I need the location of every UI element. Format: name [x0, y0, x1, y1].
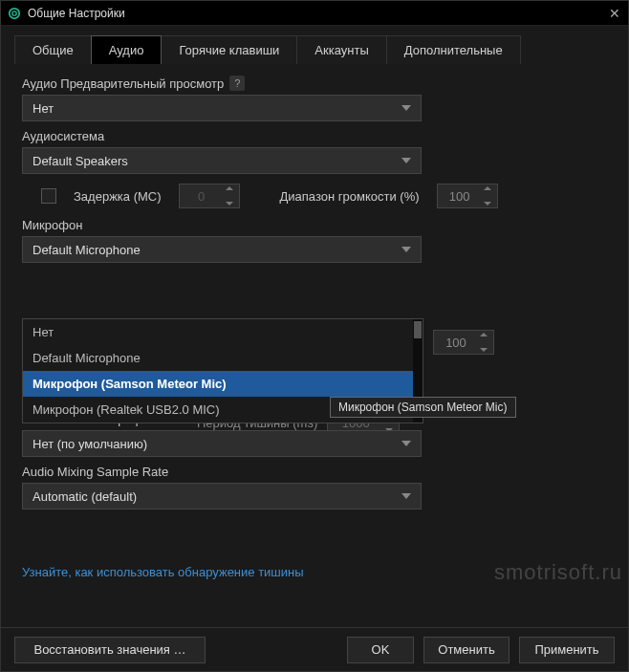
chevron-down-icon	[401, 247, 411, 252]
num-value: 100	[445, 336, 466, 350]
num-value: 0	[198, 189, 205, 204]
help-icon[interactable]: ?	[229, 76, 245, 91]
settings-window: Общие Настройки ✕ Общие Аудио Горячие кл…	[0, 0, 629, 672]
mic-option-none[interactable]: Нет	[23, 319, 423, 345]
num-value: 100	[449, 189, 470, 204]
tab-hotkeys[interactable]: Горячие клавиши	[161, 35, 297, 64]
volrange-label: Диапазон громкости (%)	[280, 189, 420, 204]
mic-volume-input[interactable]: 100	[433, 330, 494, 355]
samplerate-label: Audio Mixing Sample Rate	[22, 465, 607, 479]
tab-bar: Общие Аудио Горячие клавиши Аккаунты Доп…	[1, 26, 628, 64]
tab-general[interactable]: Общие	[14, 35, 92, 64]
chevron-down-icon	[401, 441, 411, 446]
apply-button[interactable]: Применить	[519, 637, 615, 663]
window-title: Общие Настройки	[28, 7, 607, 20]
restore-defaults-button[interactable]: Восстановить значения …	[14, 637, 206, 663]
delay-label: Задержка (МС)	[74, 189, 162, 204]
select-value: Нет	[33, 101, 401, 116]
content-pane: Аудио Предварительный просмотр ? Нет Ауд…	[1, 64, 628, 627]
audiosystem-select[interactable]: Default Speakers	[22, 147, 422, 174]
ok-button[interactable]: OK	[347, 637, 414, 663]
select-value: Default Speakers	[33, 154, 401, 168]
volrange-input[interactable]: 100	[437, 184, 498, 208]
select-value: Default Microphone	[33, 243, 401, 257]
select-value: Нет (по умолчанию)	[33, 437, 401, 451]
tab-advanced[interactable]: Дополнительные	[386, 35, 521, 64]
silence-detection-link[interactable]: Узнайте, как использовать обнаружение ти…	[22, 565, 304, 579]
delay-checkbox[interactable]	[41, 188, 56, 204]
audio-preview-label: Аудио Предварительный просмотр ?	[22, 76, 607, 91]
tab-audio[interactable]: Аудио	[91, 35, 163, 64]
titlebar: Общие Настройки ✕	[1, 1, 628, 26]
svg-point-1	[12, 11, 16, 14]
mic-option-samson[interactable]: Микрофон (Samson Meteor Mic)	[23, 371, 423, 397]
select-value: Automatic (default)	[33, 489, 401, 504]
close-icon[interactable]: ✕	[607, 6, 622, 21]
tooltip: Микрофон (Samson Meteor Mic)	[330, 397, 516, 418]
chevron-down-icon	[401, 158, 411, 163]
tab-accounts[interactable]: Аккаунты	[296, 35, 386, 64]
delay-input[interactable]: 0	[179, 184, 240, 208]
audiosystem-label: Аудиосистема	[22, 129, 607, 143]
chevron-down-icon	[401, 105, 411, 111]
audio-preview-select[interactable]: Нет	[22, 95, 422, 121]
mic-label: Микрофон	[22, 218, 607, 232]
watermark: smotrisoft.ru	[494, 560, 622, 585]
cancel-button[interactable]: Отменить	[423, 637, 510, 663]
samplerate-select[interactable]: Automatic (default)	[22, 483, 422, 509]
footer: Восстановить значения … OK Отменить Прим…	[1, 627, 628, 671]
svg-point-0	[10, 8, 20, 18]
monomix-select[interactable]: Нет (по умолчанию)	[22, 430, 422, 457]
mic-select[interactable]: Default Microphone	[22, 236, 422, 263]
mic-option-default[interactable]: Default Microphone	[23, 345, 423, 371]
label-text: Аудио Предварительный просмотр	[22, 76, 224, 91]
chevron-down-icon	[401, 493, 411, 499]
app-icon	[7, 6, 22, 21]
